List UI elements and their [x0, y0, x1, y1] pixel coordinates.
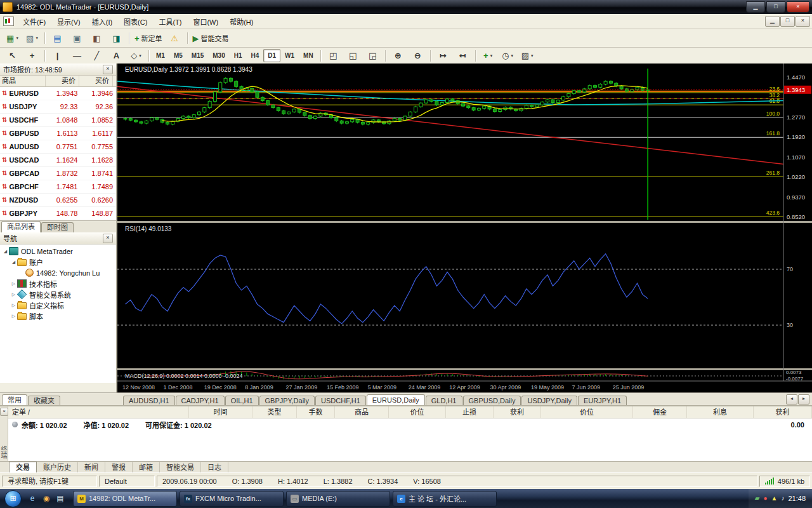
- navigator-item[interactable]: ▷技术指标: [0, 278, 116, 289]
- tree-expand-icon[interactable]: ▷: [10, 281, 17, 286]
- orders-column-10[interactable]: 利息: [687, 406, 754, 418]
- tray-icon-green[interactable]: ▰: [755, 495, 760, 502]
- orders-column-7[interactable]: 获利: [494, 406, 541, 418]
- price-chart[interactable]: 23.638.261.8100.0161.8261.8423.6EURUSD,D…: [117, 64, 812, 392]
- menu-item-h[interactable]: 帮助(H): [224, 15, 259, 28]
- chart-tab-audusd-h1[interactable]: AUDUSD,H1: [123, 396, 175, 406]
- column-symbol[interactable]: 商品: [0, 76, 46, 86]
- terminal-tab-新闻[interactable]: 新闻: [78, 462, 105, 472]
- chart-tabs-scroll-left-icon[interactable]: ◂: [786, 394, 797, 404]
- chart-tab-gbpjpy-daily[interactable]: GBPJPY,Daily: [259, 396, 315, 406]
- text-tool[interactable]: A: [107, 48, 126, 63]
- chart-tab-oil-h1[interactable]: OIL,H1: [225, 396, 259, 406]
- orders-column-0[interactable]: 定单 /: [8, 406, 189, 418]
- chart-tab-eurjpy-h1[interactable]: EURJPY,H1: [578, 396, 627, 406]
- child-minimize-button[interactable]: ▁: [765, 16, 780, 27]
- menu-item-t[interactable]: 工具(T): [153, 15, 187, 28]
- chart-tab-cadjpy-h1[interactable]: CADJPY,H1: [176, 396, 225, 406]
- metaeditor-button[interactable]: ⚠: [165, 31, 185, 46]
- tree-expand-icon[interactable]: ◢: [2, 249, 9, 254]
- menu-item-f[interactable]: 文件(F): [17, 15, 51, 28]
- navigator-item[interactable]: ▷脚本: [0, 311, 116, 321]
- orders-column-4[interactable]: 商品: [335, 406, 389, 418]
- orders-column-6[interactable]: 止损: [446, 406, 494, 418]
- orders-column-3[interactable]: 手数: [297, 406, 335, 418]
- terminal-tab-邮箱[interactable]: 邮箱: [133, 462, 160, 472]
- chart-shift-button[interactable]: ↤: [453, 48, 473, 63]
- menu-item-c[interactable]: 图表(C): [118, 15, 153, 28]
- market-watch-close-icon[interactable]: ×: [103, 65, 113, 74]
- market-watch-row[interactable]: ⇅USDJPY92.3392.36: [0, 100, 116, 114]
- timeframe-h4[interactable]: H4: [247, 49, 264, 62]
- navigator-tab-收藏夹[interactable]: 收藏夹: [28, 396, 60, 406]
- trendline-tool[interactable]: ╱: [87, 48, 107, 63]
- tray-icon-yellow[interactable]: ▲: [771, 495, 778, 502]
- navigator-item[interactable]: ▷自定义指标: [0, 300, 116, 311]
- chart-tab-usdchf-h1[interactable]: USDCHF,H1: [315, 396, 366, 406]
- chart-tab-gld-h1[interactable]: GLD,H1: [426, 396, 462, 406]
- periods-button[interactable]: ◷▾: [498, 48, 518, 63]
- child-close-button[interactable]: ×: [796, 16, 810, 27]
- cursor-tool[interactable]: ↖: [3, 48, 22, 63]
- chart-tab-gbpusd-daily[interactable]: GBPUSD,Daily: [463, 396, 521, 406]
- arrows-tool[interactable]: ◇▾: [126, 48, 146, 63]
- tray-icon-red[interactable]: ●: [764, 495, 768, 502]
- market-watch-row[interactable]: ⇅GBPJPY148.78148.87: [0, 207, 116, 220]
- timeframe-d1[interactable]: D1: [263, 49, 280, 62]
- navigator-toggle[interactable]: ◧: [87, 31, 107, 46]
- orders-column-8[interactable]: 价位: [541, 406, 633, 418]
- tree-expand-icon[interactable]: ▷: [10, 303, 17, 308]
- navigator-tab-常用[interactable]: 常用: [2, 394, 27, 406]
- new-chart-button[interactable]: ▦▾: [3, 31, 22, 46]
- timeframe-m5[interactable]: M5: [169, 49, 187, 62]
- market-watch-tab-即时图[interactable]: 即时图: [41, 222, 74, 232]
- taskbar-task-ie[interactable]: e主 论 坛 - 外汇论...: [393, 491, 497, 507]
- market-watch-row[interactable]: ⇅USDCAD1.16241.1628: [0, 154, 116, 167]
- minimize-button[interactable]: ▁: [746, 1, 765, 13]
- market-watch-row[interactable]: ⇅USDCHF1.08481.0852: [0, 114, 116, 127]
- menu-item-i[interactable]: 插入(I): [86, 15, 118, 28]
- terminal-tab-日志[interactable]: 日志: [201, 462, 228, 472]
- taskbar-task-fx[interactable]: fxFXCM Micro Tradin...: [180, 491, 284, 507]
- terminal-toggle[interactable]: ◨: [107, 31, 126, 46]
- expert-advisors-button[interactable]: ▶智能交易: [190, 31, 232, 46]
- tree-expand-icon[interactable]: ▷: [10, 292, 17, 297]
- chart-tab-eurusd-daily[interactable]: EURUSD,Daily: [367, 394, 425, 406]
- terminal-close-icon[interactable]: ×: [0, 408, 8, 416]
- terminal-tab-账户历史[interactable]: 账户历史: [37, 462, 78, 472]
- close-button[interactable]: ×: [787, 1, 809, 13]
- orders-column-1[interactable]: 时间: [189, 406, 252, 418]
- terminal-tab-智能交易[interactable]: 智能交易: [160, 462, 201, 472]
- market-watch-toggle[interactable]: ▤: [48, 31, 67, 46]
- market-watch-row[interactable]: ⇅NZDUSD0.62550.6260: [0, 194, 116, 207]
- menu-item-w[interactable]: 窗口(W): [187, 15, 224, 28]
- column-bid[interactable]: 卖价: [46, 76, 79, 86]
- maximize-button[interactable]: □: [766, 1, 785, 13]
- column-ask[interactable]: 买价: [79, 76, 113, 86]
- timeframe-m1[interactable]: M1: [152, 49, 169, 62]
- timeframe-m15[interactable]: M15: [187, 49, 208, 62]
- auto-scroll-button[interactable]: ↦: [433, 48, 453, 63]
- chart-tab-usdjpy-daily[interactable]: USDJPY,Daily: [521, 396, 577, 406]
- child-restore-button[interactable]: □: [780, 16, 795, 27]
- taskbar-task-mt[interactable]: M14982: ODL MetaTr...: [73, 491, 177, 507]
- navigator-item[interactable]: 14982: Yongchun Lu: [0, 267, 116, 278]
- tray-volume-icon[interactable]: ♪: [781, 495, 784, 502]
- market-watch-row[interactable]: ⇅GBPCAD1.87321.8741: [0, 167, 116, 180]
- market-watch-row[interactable]: ⇅GBPUSD1.61131.6117: [0, 127, 116, 140]
- vertical-line-tool[interactable]: |: [48, 48, 67, 63]
- navigator-item[interactable]: ◢ODL MetaTrader: [0, 246, 116, 257]
- taskbar-task-drive[interactable]: ▭MEDIA (E:): [286, 491, 390, 507]
- crosshair-tool[interactable]: +: [22, 48, 42, 63]
- market-watch-tab-商品列表[interactable]: 商品列表: [1, 221, 41, 232]
- quick-launch-media-icon[interactable]: ◉: [40, 492, 53, 505]
- menu-item-v[interactable]: 显示(V): [51, 15, 86, 28]
- new-order-button[interactable]: +新定单: [132, 31, 165, 46]
- status-profile[interactable]: Default: [99, 476, 155, 487]
- tree-expand-icon[interactable]: ◢: [10, 260, 17, 265]
- orders-column-5[interactable]: 价位: [389, 406, 446, 418]
- quick-launch-ie-icon[interactable]: e: [26, 492, 39, 505]
- zoom-out-button[interactable]: ⊖: [408, 48, 428, 63]
- indicators-button[interactable]: +▾: [478, 48, 498, 63]
- market-watch-row[interactable]: ⇅GBPCHF1.74811.7489: [0, 180, 116, 194]
